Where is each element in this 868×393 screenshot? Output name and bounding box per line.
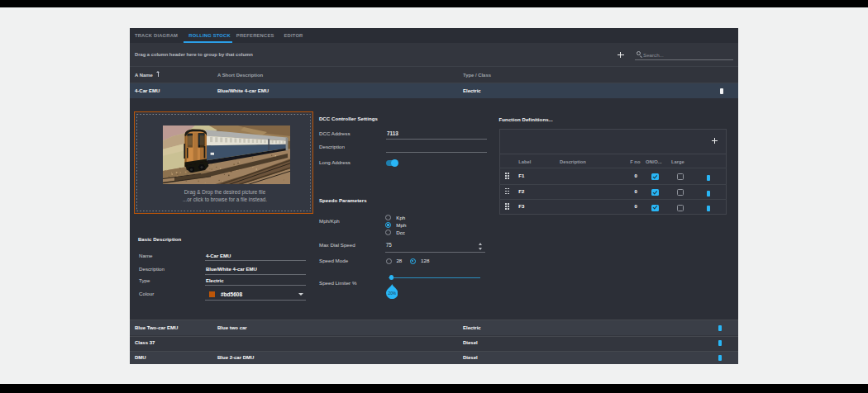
- svg-text:20%: 20%: [388, 291, 396, 295]
